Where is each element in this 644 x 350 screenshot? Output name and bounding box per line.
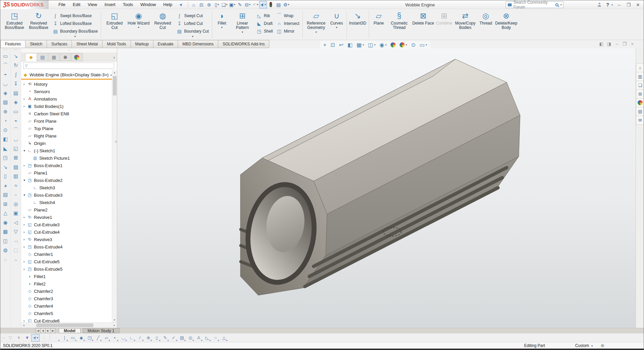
filter-vertices-button[interactable]: · (52, 334, 60, 342)
tree-item-fillet2[interactable]: ◗Fillet2 (21, 280, 112, 287)
help-dropdown-icon[interactable]: ▾ (611, 3, 613, 6)
filter-reference-planes-button[interactable]: ▯ (152, 334, 161, 342)
ribbon-lofted-cut-button[interactable]: ↧Lofted Cut (175, 20, 210, 27)
tree-expander-icon[interactable]: ▸ (22, 82, 27, 86)
block-tool-button[interactable]: ▣ (11, 209, 20, 218)
dropdown-arrow-icon[interactable]: ▾ (316, 31, 317, 34)
surface-tool-button[interactable]: ▥ (11, 172, 20, 181)
search-icon[interactable] (555, 3, 558, 6)
ribbon-move-copy-bodies-button[interactable]: ⇄Move/Copy Bodies (453, 10, 477, 31)
ribbon-extruded-boss-base-button[interactable]: ◳Extruded Boss/Base (2, 10, 27, 31)
deform-button[interactable]: ▨ (1, 98, 10, 107)
insert-boss-button[interactable]: ↘ (11, 51, 20, 61)
pane-right-button[interactable]: ◨ (606, 41, 612, 46)
filter-stack-button[interactable]: ▼ (14, 334, 23, 342)
section-tool-button[interactable]: ◧ (1, 135, 10, 144)
open-file-button[interactable]: ❏▾ (221, 1, 228, 8)
dropdown-arrow-icon[interactable]: ▾ (226, 3, 227, 6)
units-selector[interactable]: Custom ▴ (575, 343, 593, 348)
file-explorer-tab-button[interactable]: ⊞ (636, 89, 644, 99)
tree-expander-icon[interactable]: ▸ (22, 267, 27, 271)
part-tree-tab[interactable]: ◆ (25, 53, 37, 61)
ribbon-boundary-boss-base-button[interactable]: ▤Boundary Boss/Base (51, 27, 99, 35)
dropdown-arrow-icon[interactable]: ▾ (288, 3, 289, 6)
filter-annotations-button[interactable]: ▤ (178, 334, 186, 342)
chamfer-tool-button[interactable]: ◕ (1, 181, 10, 190)
ribbon-revolved-cut-button[interactable]: ◍Revolved Cut (150, 10, 175, 31)
panel-flyout-chevron[interactable]: › (113, 53, 115, 61)
tab-mold-tools[interactable]: Mold Tools (102, 40, 131, 48)
home-tab-button[interactable]: ⌂ (636, 63, 644, 72)
filter-coordinate-systems-button[interactable]: ⊕ (144, 334, 152, 342)
tree-expander-icon[interactable]: ▸ (22, 105, 27, 108)
ribbon-reference-geometry-button[interactable]: ▱Reference Geometry▾ (304, 10, 328, 34)
tree-expander-icon[interactable]: ▾ (22, 149, 27, 152)
new-folder-button[interactable]: ▯ (1, 172, 10, 181)
appearances-pane-button[interactable] (636, 98, 644, 107)
ribbon-fillet-button[interactable]: ◗Fillet▾ (214, 10, 230, 30)
zoom-to-fit-button[interactable]: ⌖ (321, 42, 328, 48)
tab-sheet-metal[interactable]: Sheet Metal (72, 40, 102, 48)
restore-button[interactable]: ❐ (624, 1, 633, 8)
planar-surface-button[interactable]: ▭ (1, 51, 10, 61)
restore-doc-button[interactable]: ❐ (622, 41, 627, 46)
print-button[interactable]: ⊟▾ (244, 1, 251, 8)
ribbon-shell-button[interactable]: ◳Shell (255, 27, 275, 35)
tree-item-sketch3[interactable]: ∟Sketch3 (21, 184, 112, 191)
arc-tool-button[interactable]: ⌒ (11, 125, 20, 135)
zoom-magnifier-button[interactable]: ⊕ (1, 107, 10, 116)
tree-expander-icon[interactable]: ▸ (22, 216, 27, 219)
settings-gear-button[interactable]: ⚙▾ (282, 1, 290, 8)
custom-properties-tab-button[interactable]: ▤ (636, 107, 644, 116)
menu-insert[interactable]: Insert (101, 0, 119, 9)
ribbon-rib-button[interactable]: ◺Rib (255, 12, 275, 20)
ribbon-lofted-boss-base-button[interactable]: ↧Lofted Boss/Base (51, 20, 99, 27)
filter-axes-button[interactable]: ╱ (94, 334, 102, 342)
boundary-tool-button[interactable]: ▤ (11, 88, 20, 98)
cut-tool-button[interactable]: ◱ (11, 144, 20, 153)
home-button[interactable]: ⌂ (190, 1, 197, 8)
menu-edit[interactable]: Edit (69, 0, 84, 9)
tree-item-sketch-picture1[interactable]: ▧Sketch Picture1 (21, 154, 112, 162)
ribbon-draft-button[interactable]: ◣Draft (255, 20, 275, 27)
dropdown-arrow-icon[interactable]: ▾ (249, 3, 250, 6)
mirror-tool-button[interactable]: ◫ (1, 236, 10, 246)
tree-item-chamfer1[interactable]: ◇Chamfer1 (21, 250, 112, 258)
tree-item-revolve1[interactable]: ▸↻Revolve1 (21, 213, 112, 221)
appearances-tab[interactable] (71, 53, 83, 61)
tree-item-boss-extrude3[interactable]: ▾◳Boss-Extrude3 (21, 191, 112, 199)
apply-scene-button[interactable]: ▾ (398, 42, 409, 47)
selection-filter-button[interactable]: ▼ (23, 334, 31, 342)
panel-splitter-handle[interactable]: ⊙ (114, 140, 117, 143)
tab-markup[interactable]: Markup (131, 40, 153, 48)
ribbon-delete-keep-body-button[interactable]: ⊗Delete/Keep Body (494, 10, 518, 31)
dropdown-arrow-icon[interactable]: ▾ (175, 35, 210, 39)
filter-centerlines-button[interactable]: / (136, 334, 144, 342)
ribbon-revolved-boss-base-button[interactable]: ↻Revolved Boss/Base (27, 10, 51, 31)
tree-item-chamfer5[interactable]: ◇Chamfer5 (21, 310, 112, 317)
wave-tool-button[interactable]: ≈ (11, 181, 20, 190)
filter-sketch-button[interactable]: ✎ (161, 334, 169, 342)
down-tri-button[interactable]: ▽ (11, 227, 20, 237)
configuration-manager-tab[interactable]: ▦ (48, 53, 60, 61)
view-settings-button[interactable]: ▭▾ (418, 42, 429, 48)
edit-appearance-button[interactable] (388, 42, 398, 47)
design-library-tab-button[interactable]: ❏ (636, 81, 644, 90)
dropdown-arrow-icon[interactable]: ▾ (336, 26, 337, 29)
ribbon-extruded-cut-button[interactable]: ◱Extruded Cut (102, 10, 127, 31)
search-box[interactable]: Search Community Forum ▾ (506, 1, 563, 8)
lofted-tool-button[interactable]: ↧ (11, 79, 20, 89)
close-doc-button[interactable]: × (630, 41, 635, 46)
tab-sketch[interactable]: Sketch (25, 40, 47, 48)
dropdown-arrow-icon[interactable]: ▾ (138, 26, 139, 29)
extruded-surface-button[interactable]: ⌒ (1, 61, 10, 70)
undo-button[interactable]: ↶▾ (251, 1, 259, 8)
filter-weldments-button[interactable]: ◺ (203, 334, 211, 342)
mesh-tool-button[interactable]: ▦ (1, 227, 10, 237)
tab-motion-study-1[interactable]: Motion Study 1 (83, 328, 120, 333)
tab-features[interactable]: Features (0, 40, 26, 48)
resources-tab-button[interactable]: ▥ (636, 72, 644, 81)
bend-button[interactable]: ◡ (1, 79, 10, 89)
tree-item-boss-extrude4[interactable]: ▸◳Boss-Extrude4 (21, 243, 112, 250)
user-account-icon[interactable] (597, 3, 601, 7)
